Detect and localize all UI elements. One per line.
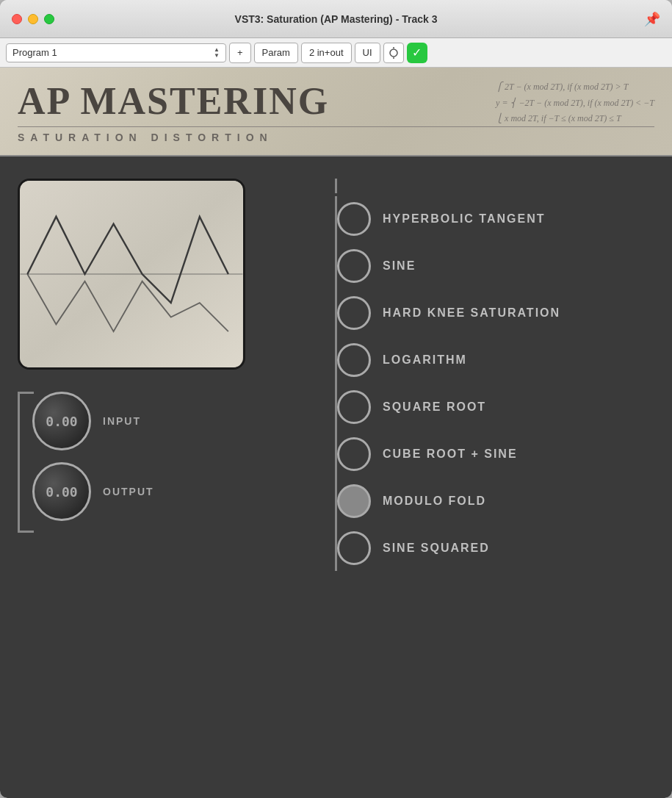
pin-icon[interactable]: 📌	[644, 11, 660, 27]
algo-item: SINE SQUARED	[337, 525, 654, 571]
input-label: INPUT	[103, 415, 141, 427]
formula-overlay: ⎧ 2T − (x mod 2T), if (x mod 2T) > T y =…	[496, 79, 654, 127]
ui-button[interactable]: UI	[355, 43, 380, 63]
maximize-button[interactable]	[44, 14, 54, 24]
formula-line3: ⎩ x mod 2T, if −T ≤ (x mod 2T) ≤ T	[496, 111, 654, 127]
plugin-main: 0.00 INPUT 0.00 OUTPUT	[0, 157, 672, 798]
radio-modulo-fold[interactable]	[337, 484, 371, 518]
algo-label-cube-root-sine: CUBE ROOT + SINE	[383, 447, 518, 461]
add-button[interactable]: +	[229, 43, 251, 63]
io-button[interactable]: 2 in+out	[301, 43, 352, 63]
formula-line1: ⎧ 2T − (x mod 2T), if (x mod 2T) > T	[496, 79, 654, 96]
waveform-display	[18, 179, 245, 370]
traffic-lights	[12, 14, 54, 24]
settings-icon[interactable]	[383, 43, 404, 63]
algo-item: HARD KNEE SATURATION	[337, 290, 654, 336]
radio-logarithm[interactable]	[337, 343, 371, 377]
window-title: VST3: Saturation (AP Mastering) - Track …	[235, 13, 438, 25]
plugin-subtitle: SATURATION DISTORTION	[18, 126, 654, 143]
plugin-left: 0.00 INPUT 0.00 OUTPUT	[18, 179, 297, 776]
input-value: 0.00	[46, 414, 77, 429]
output-label: OUTPUT	[103, 486, 154, 497]
algo-label-logarithm: LOGARITHM	[383, 353, 467, 367]
program-select[interactable]: Program 1 ▲ ▼	[6, 43, 226, 62]
formula-line2: y = ⎨ −2T − (x mod 2T), if (x mod 2T) < …	[496, 96, 654, 112]
algo-list: HYPERBOLIC TANGENTSINEHARD KNEE SATURATI…	[337, 196, 654, 571]
algo-label-sine: SINE	[383, 259, 416, 273]
algo-bracket-top-vline	[335, 179, 337, 193]
algo-item: SINE	[337, 243, 654, 289]
radio-sine-squared[interactable]	[337, 531, 371, 565]
program-arrows: ▲ ▼	[214, 47, 220, 59]
algo-item: HYPERBOLIC TANGENT	[337, 196, 654, 242]
algo-item: MODULO FOLD	[337, 478, 654, 524]
toolbar: Program 1 ▲ ▼ + Param 2 in+out UI ✓	[0, 38, 672, 68]
main-window: VST3: Saturation (AP Mastering) - Track …	[0, 0, 672, 798]
output-row: 0.00 OUTPUT	[32, 462, 297, 521]
radio-sine[interactable]	[337, 249, 371, 283]
algo-label-hyperbolic-tangent: HYPERBOLIC TANGENT	[383, 212, 545, 226]
bracket-bottom	[18, 531, 34, 533]
algo-bracket-line	[319, 196, 337, 571]
algo-item: SQUARE ROOT	[337, 384, 654, 430]
radio-square-root[interactable]	[337, 390, 371, 424]
param-button[interactable]: Param	[254, 43, 298, 63]
controls-bracket: 0.00 INPUT 0.00 OUTPUT	[18, 392, 297, 533]
algorithm-selector: HYPERBOLIC TANGENTSINEHARD KNEE SATURATI…	[319, 179, 654, 776]
radio-hard-knee-saturation[interactable]	[337, 296, 371, 330]
radio-hyperbolic-tangent[interactable]	[337, 202, 371, 236]
confirm-button[interactable]: ✓	[407, 43, 427, 63]
bracket-vline	[18, 392, 20, 533]
minimize-button[interactable]	[28, 14, 38, 24]
output-knob[interactable]: 0.00	[32, 462, 91, 521]
algo-label-modulo-fold: MODULO FOLD	[383, 495, 486, 508]
plugin-content: AP MASTERING SATURATION DISTORTION ⎧ 2T …	[0, 68, 672, 798]
algo-item: CUBE ROOT + SINE	[337, 431, 654, 477]
algo-label-hard-knee-saturation: HARD KNEE SATURATION	[383, 306, 560, 320]
svg-point-0	[390, 49, 397, 57]
output-value: 0.00	[46, 484, 77, 500]
algo-label-square-root: SQUARE ROOT	[383, 400, 486, 414]
algo-list-wrapper: HYPERBOLIC TANGENTSINEHARD KNEE SATURATI…	[319, 196, 654, 571]
input-knob[interactable]: 0.00	[32, 392, 91, 450]
program-label: Program 1	[12, 47, 57, 58]
bracket-top	[18, 392, 34, 394]
algo-label-sine-squared: SINE SQUARED	[383, 542, 490, 555]
plugin-header: AP MASTERING SATURATION DISTORTION ⎧ 2T …	[0, 68, 672, 157]
algo-item: LOGARITHM	[337, 337, 654, 383]
input-row: 0.00 INPUT	[32, 392, 297, 450]
algo-bracket-top	[335, 179, 654, 193]
close-button[interactable]	[12, 14, 22, 24]
radio-cube-root-sine[interactable]	[337, 437, 371, 471]
title-bar: VST3: Saturation (AP Mastering) - Track …	[0, 0, 672, 38]
